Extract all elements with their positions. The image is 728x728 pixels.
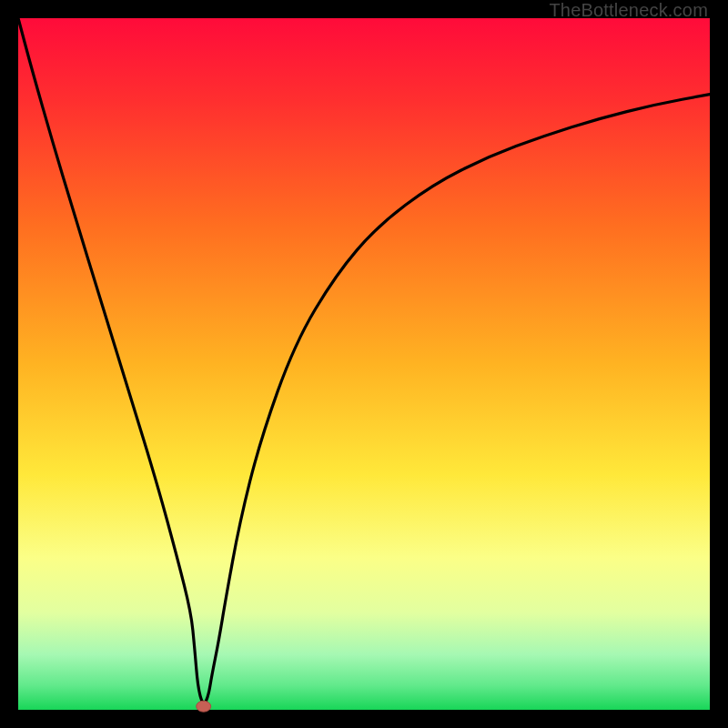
watermark-text: TheBottleneck.com: [549, 0, 708, 21]
optimum-marker: [197, 701, 211, 712]
plot-area: [18, 18, 710, 710]
chart-frame: TheBottleneck.com: [0, 0, 728, 728]
bottleneck-curve: [18, 18, 710, 710]
